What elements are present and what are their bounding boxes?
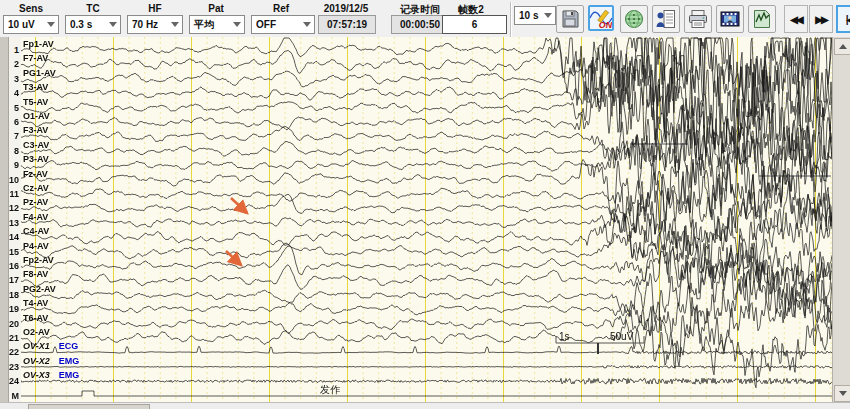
channel-number: 12 (6, 203, 19, 213)
scroll-up-button[interactable] (834, 38, 850, 55)
channel-number: 1 (6, 45, 19, 55)
patient-info-button[interactable] (652, 5, 680, 33)
go-to-start-button[interactable]: |◀ (836, 5, 850, 33)
channel-signal-tag: EMG (59, 370, 80, 380)
channel-label: T5-AV (23, 97, 48, 107)
channel-label: F7-AV (23, 53, 48, 63)
eeg-traces-canvas (21, 37, 832, 402)
channel-label: OV-X1ECG (23, 341, 78, 351)
channel-number: 24 (6, 376, 19, 386)
sens-select[interactable]: 10 uV (3, 15, 59, 34)
chevron-down-icon (171, 22, 179, 27)
channel-label: C3-AV (23, 140, 49, 150)
channel-number: 6 (6, 117, 19, 127)
eeg-trace-area: 1Fp1-AV2F7-AV3PG1-AV4T3-AV5T5-AV6O1-AV7F… (0, 37, 850, 402)
annotate-on-button[interactable]: ON (588, 5, 614, 31)
arrow-down-icon (839, 391, 847, 396)
channel-label: P4-AV (23, 241, 49, 251)
print-icon (688, 9, 708, 29)
print-button[interactable] (684, 5, 712, 33)
channel-number: 15 (6, 247, 19, 257)
channel-number: 3 (6, 74, 19, 84)
head-map-button[interactable] (620, 5, 648, 33)
pat-label: Pat (208, 3, 224, 14)
toolbar-separator (510, 2, 512, 38)
forward-button[interactable]: ▶▶ (809, 5, 833, 33)
channel-number: 21 (6, 333, 19, 343)
channel-label: O2-AV (23, 327, 50, 337)
frame-count-value: 6 (442, 15, 507, 34)
head-map-icon (624, 9, 644, 29)
save-button[interactable] (556, 5, 584, 33)
channel-label: PG2-AV (23, 284, 56, 294)
channel-number: 9 (6, 160, 19, 170)
video-button[interactable] (716, 5, 744, 33)
ref-select[interactable]: OFF (251, 15, 315, 34)
channel-number: 13 (6, 218, 19, 228)
channel-number: 4 (6, 88, 19, 98)
eeg-viewer-window: Sens TC HF Pat Ref 2019/12/5 记录时间 帧数2 10… (0, 0, 850, 409)
channel-number: 5 (6, 103, 19, 113)
chevron-down-icon (303, 22, 311, 27)
channel-number: 2 (6, 59, 19, 69)
chevron-down-icon (544, 13, 552, 18)
sens-label: Sens (19, 3, 43, 14)
channel-number: 16 (6, 261, 19, 271)
rewind-button[interactable]: ◀◀ (784, 5, 808, 33)
channel-number: 19 (6, 304, 19, 314)
chevron-down-icon (47, 22, 55, 27)
channel-label: C4-AV (23, 226, 49, 236)
channel-number: 22 (6, 347, 19, 357)
channel-label: O1-AV (23, 111, 50, 121)
channel-signal-tag: ECG (59, 341, 79, 351)
date-label: 2019/12/5 (324, 3, 369, 14)
channel-label: T6-AV (23, 313, 48, 323)
channel-label: T3-AV (23, 82, 48, 92)
channel-number: 17 (6, 275, 19, 285)
channel-label: F3-AV (23, 125, 48, 135)
chevron-down-icon (109, 22, 117, 27)
record-time-value: 00:00:50 (391, 15, 449, 34)
channel-label: F8-AV (23, 269, 48, 279)
channel-number: 14 (6, 232, 19, 242)
chevron-down-icon (233, 22, 241, 27)
channel-label: Fz-AV (23, 169, 48, 179)
channel-number: 23 (6, 362, 19, 372)
trend-icon (752, 9, 772, 29)
channel-label: OV-X2EMG (23, 356, 79, 366)
channel-label: Cz-AV (23, 183, 49, 193)
channel-label: F4-AV (23, 212, 48, 222)
channel-number: 18 (6, 290, 19, 300)
patient-info-icon (656, 9, 676, 29)
tc-label: TC (86, 3, 99, 14)
channel-label: OV-X3EMG (23, 370, 79, 380)
channel-label: T4-AV (23, 298, 48, 308)
clock-time-value: 07:57:19 (318, 15, 376, 34)
channel-number: 20 (6, 319, 19, 329)
hf-select[interactable]: 70 Hz (127, 15, 183, 34)
trend-button[interactable] (748, 5, 776, 33)
hf-label: HF (148, 3, 161, 14)
channel-label: Fp1-AV (23, 39, 54, 49)
epoch-select[interactable]: 10 s (514, 6, 556, 25)
vertical-scrollbar[interactable] (832, 37, 850, 402)
pat-select[interactable]: 平均 (189, 15, 245, 34)
channel-label: Fp2-AV (23, 255, 54, 265)
annotate-on-icon: ON (590, 7, 612, 29)
channel-label: Pz-AV (23, 197, 48, 207)
channel-number: 11 (6, 189, 19, 199)
channel-number: 8 (6, 146, 19, 156)
channel-label: PG1-AV (23, 68, 56, 78)
svg-text:ON: ON (599, 20, 612, 29)
horizontal-scrollbar[interactable] (0, 402, 850, 409)
scroll-down-button[interactable] (834, 385, 850, 402)
tc-select[interactable]: 0.3 s (65, 15, 121, 34)
channel-signal-tag: EMG (59, 356, 80, 366)
seizure-event-label: 发作 (320, 383, 340, 397)
channel-number: 7 (6, 131, 19, 141)
toolbar: Sens TC HF Pat Ref 2019/12/5 记录时间 帧数2 10… (0, 0, 850, 38)
horizontal-scroll-thumb[interactable] (28, 404, 150, 409)
arrow-up-icon (839, 44, 847, 49)
channel-number: 10 (6, 175, 19, 185)
video-icon (720, 9, 740, 29)
